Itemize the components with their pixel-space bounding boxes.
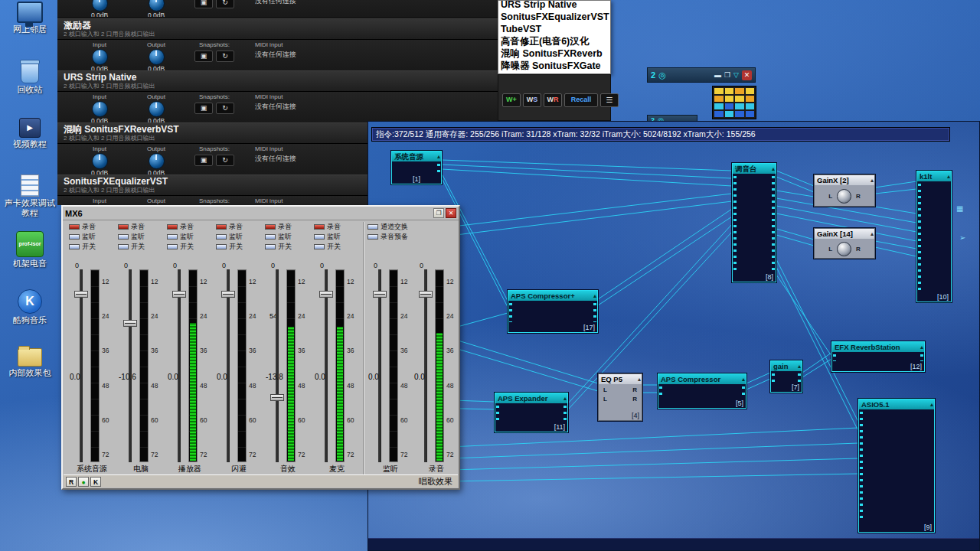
module-title[interactable]: 调音台 [733, 164, 776, 174]
module-asio51[interactable]: ASIO5.1 [9] [858, 399, 935, 533]
preset-recall-button[interactable]: Recall [564, 93, 598, 107]
minimize-icon[interactable]: ▬ [714, 72, 721, 79]
power-button[interactable]: 开关 [265, 242, 311, 252]
module-title[interactable]: APS Compressor [658, 374, 746, 384]
module-aps-compressor[interactable]: APS Compressor [5] [658, 373, 746, 409]
ports[interactable] [659, 386, 662, 398]
menu-item[interactable]: 高音修正(电音6)汉化 [498, 35, 610, 47]
module-efx-reverbstation[interactable]: EFX ReverbStation [12] [831, 341, 925, 372]
gain-knob[interactable] [837, 189, 851, 204]
monitor-button[interactable]: 监听 [167, 232, 213, 242]
tool-icon-b[interactable]: ◎ [658, 71, 666, 80]
module-k1lt[interactable]: k1lt [10] [916, 171, 952, 302]
overlay-arrow-icon[interactable]: ➢ [959, 233, 965, 242]
input-knob[interactable] [92, 153, 108, 169]
output-knob[interactable] [149, 0, 165, 11]
channel-swap-button[interactable]: 通道交换 [368, 222, 413, 232]
rack-section-urs[interactable]: URS Strip Native 2 栈口输入和 2 口用音频栈口输出 [57, 70, 498, 92]
snapshot-camera-button[interactable]: ▣ [194, 155, 213, 166]
desktop-icon-network[interactable]: 网上邻居 [5, 2, 55, 34]
preset-save-button[interactable]: WS [523, 93, 541, 107]
snapshot-camera-button[interactable]: ▣ [194, 103, 213, 114]
overlay-shortcut-icon[interactable]: ▦ [956, 204, 963, 213]
desktop-icon-fx-pack[interactable]: 内部效果包 [5, 348, 55, 378]
record-button[interactable]: 录音 [216, 222, 262, 232]
module-gainx-2[interactable]: GainX [2] L R [814, 174, 875, 207]
gain-knob[interactable] [837, 242, 851, 256]
footer-record-button[interactable]: ● [78, 477, 89, 487]
snapshot-camera-button[interactable]: ▣ [194, 0, 213, 8]
record-button[interactable]: 录音 [69, 222, 115, 232]
monitor-button[interactable]: 监听 [314, 232, 360, 242]
monitor-button[interactable]: 监听 [118, 232, 164, 242]
ports[interactable] [593, 303, 596, 322]
mixer-titlebar[interactable]: MX6 ❐ ✕ [63, 207, 459, 220]
footer-r-button[interactable]: R [66, 477, 77, 487]
fader-handle[interactable] [172, 291, 186, 298]
module-aps-compressor-plus[interactable]: APS Compressor+ [17] [508, 290, 598, 333]
input-knob[interactable] [92, 101, 108, 117]
output-knob[interactable] [149, 101, 165, 117]
monitor-button[interactable]: 监听 [216, 232, 262, 242]
output-knob[interactable] [149, 49, 165, 65]
module-title[interactable]: EFX ReverbStation [832, 342, 924, 352]
ports[interactable] [742, 386, 745, 398]
desktop-icon-recycle[interactable]: 回收站 [5, 61, 55, 95]
preset-write-button[interactable]: WR [544, 93, 562, 107]
module-title[interactable]: GainX [2] [815, 175, 874, 185]
input-knob[interactable] [92, 0, 108, 11]
ports[interactable] [772, 373, 775, 382]
ports[interactable] [564, 406, 567, 422]
tool-icon-a[interactable]: 2 [651, 71, 655, 80]
menu-item[interactable]: SonitusFXEqualizerVST [498, 11, 610, 23]
channel-fader[interactable] [124, 269, 136, 462]
module-system-source[interactable]: 系统音源 [1] [391, 151, 442, 184]
module-aps-expander[interactable]: APS Expander [11] [495, 393, 568, 432]
desktop-icon-kugou[interactable]: K 酷狗音乐 [5, 289, 55, 325]
ports[interactable] [733, 176, 737, 272]
module-eq-p5[interactable]: EQ P5 LR LR [4] [598, 373, 642, 421]
fader-handle[interactable] [319, 291, 333, 298]
module-title[interactable]: gain [771, 361, 802, 371]
ports[interactable] [496, 406, 499, 422]
close-icon[interactable]: ✕ [446, 208, 456, 218]
fader-handle[interactable] [270, 394, 284, 401]
ports[interactable] [860, 412, 863, 522]
record-arm-button[interactable]: 录音预备 [368, 232, 413, 242]
fader-handle[interactable] [419, 291, 433, 298]
close-icon[interactable]: ✕ [742, 70, 752, 80]
power-button[interactable]: 开关 [314, 242, 360, 252]
ports[interactable] [437, 164, 440, 174]
footer-k-button[interactable]: K [90, 477, 101, 487]
preset-add-button[interactable]: W+ [502, 93, 521, 107]
record-button[interactable]: 录音 [118, 222, 164, 232]
fader-handle[interactable] [373, 291, 387, 298]
channel-fader[interactable] [271, 269, 283, 462]
channel-fader[interactable] [320, 269, 332, 462]
power-button[interactable]: 开关 [118, 242, 164, 252]
channel-fader[interactable] [420, 269, 432, 462]
ports[interactable] [920, 354, 923, 361]
ports[interactable] [833, 354, 836, 361]
maximize-icon[interactable]: ❐ [724, 72, 730, 79]
channel-fader[interactable] [222, 269, 234, 462]
module-title[interactable]: EQ P5 [599, 374, 642, 384]
power-button[interactable]: 开关 [167, 242, 213, 252]
module-title[interactable]: k1lt [917, 171, 951, 181]
record-button[interactable]: 录音 [167, 222, 213, 232]
module-title[interactable]: ASIO5.1 [859, 399, 934, 409]
power-button[interactable]: 开关 [216, 242, 262, 252]
rack-section-exciter[interactable]: 激励器 2 栈口输入和 2 口用音频栈口输出 [57, 18, 498, 40]
monitor-button[interactable]: 监听 [265, 232, 311, 242]
restore-icon[interactable]: ❐ [433, 208, 444, 218]
ports[interactable] [509, 303, 512, 322]
module-title[interactable]: APS Compressor+ [508, 291, 597, 301]
module-title[interactable]: GainX [14] [815, 229, 874, 239]
input-knob[interactable] [92, 49, 108, 65]
channel-fader[interactable] [173, 269, 185, 462]
snapshot-refresh-button[interactable]: ↻ [216, 103, 234, 114]
snapshot-refresh-button[interactable]: ↻ [216, 0, 234, 8]
module-gainx-14[interactable]: GainX [14] L R [814, 228, 875, 259]
fader-handle[interactable] [221, 291, 235, 298]
ports[interactable] [772, 176, 775, 272]
